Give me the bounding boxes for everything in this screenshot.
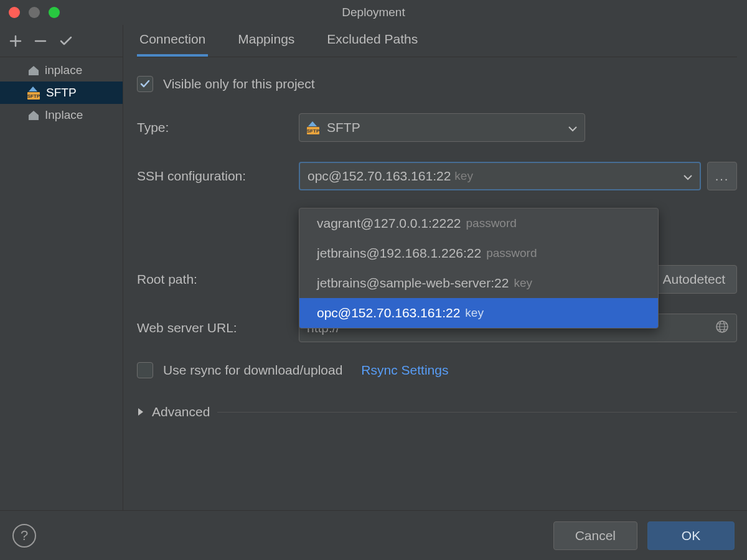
dropdown-item-auth: key [514, 276, 532, 290]
close-window-icon[interactable] [9, 7, 20, 18]
visible-only-checkbox[interactable] [137, 76, 153, 92]
root-path-label: Root path: [137, 272, 299, 287]
type-value: SFTP [327, 120, 360, 135]
titlebar: Deployment [0, 0, 747, 25]
ssh-config-hint: key [454, 169, 473, 183]
chevron-down-icon [568, 120, 577, 135]
chevron-right-icon [137, 404, 144, 419]
dropdown-item-host: vagrant@127.0.0.1:2222 [317, 216, 461, 231]
home-icon [27, 65, 40, 76]
minimize-window-icon[interactable] [29, 7, 40, 18]
help-button[interactable]: ? [12, 524, 36, 548]
sidebar-item-sftp[interactable]: SFTP SFTP [0, 82, 123, 104]
ssh-config-dropdown: vagrant@127.0.0.1:2222 password jetbrain… [299, 208, 659, 329]
chevron-down-icon [684, 169, 692, 184]
sidebar-item-label: inplace [45, 63, 82, 77]
sftp-icon: SFTP [307, 121, 321, 134]
cancel-button[interactable]: Cancel [553, 521, 637, 550]
ssh-config-select[interactable]: opc@152.70.163.161:22 key [299, 162, 701, 190]
dropdown-item-auth: password [466, 217, 517, 230]
window-controls [9, 7, 60, 18]
tab-excluded-paths[interactable]: Excluded Paths [324, 32, 420, 57]
ok-button[interactable]: OK [647, 521, 735, 550]
content: Connection Mappings Excluded Paths Visib… [123, 25, 747, 510]
ssh-config-option[interactable]: jetbrains@sample-web-server:22 key [299, 268, 658, 298]
type-row: Type: SFTP SFTP [137, 113, 737, 142]
dropdown-item-auth: key [465, 306, 484, 320]
ssh-config-value: opc@152.70.163.161:22 [308, 169, 451, 184]
apply-icon[interactable] [59, 34, 73, 49]
add-icon[interactable] [9, 34, 22, 48]
sidebar-list: inplace SFTP SFTP Inplace [0, 57, 123, 510]
sidebar-item-inplace-2[interactable]: Inplace [0, 104, 123, 126]
web-url-label: Web server URL: [137, 320, 299, 335]
sidebar-toolbar [0, 25, 123, 57]
sidebar: inplace SFTP SFTP Inplace [0, 25, 123, 510]
ssh-config-row: SSH configuration: opc@152.70.163.161:22… [137, 162, 737, 190]
dropdown-item-host: jetbrains@192.168.1.226:22 [317, 246, 481, 261]
globe-icon[interactable] [715, 320, 729, 337]
visible-only-label: Visible only for this project [163, 77, 315, 91]
rsync-label: Use rsync for download/upload [163, 363, 342, 378]
sidebar-item-label: SFTP [46, 86, 77, 100]
autodetect-label: Autodetect [663, 272, 725, 287]
sidebar-item-inplace-1[interactable]: inplace [0, 59, 123, 82]
advanced-section[interactable]: Advanced [137, 404, 737, 419]
ssh-config-option[interactable]: opc@152.70.163.161:22 key [299, 298, 658, 328]
type-label: Type: [137, 120, 299, 135]
home-icon [27, 110, 40, 121]
dropdown-item-auth: password [486, 246, 537, 260]
maximize-window-icon[interactable] [49, 7, 60, 18]
advanced-label: Advanced [152, 404, 210, 419]
rsync-row: Use rsync for download/upload Rsync Sett… [137, 362, 737, 378]
visible-only-row: Visible only for this project [137, 76, 737, 92]
connection-form: Visible only for this project Type: SFTP… [137, 57, 737, 510]
remove-icon[interactable] [34, 34, 47, 48]
tabs: Connection Mappings Excluded Paths [137, 25, 737, 57]
tab-connection[interactable]: Connection [137, 32, 208, 57]
window-title: Deployment [342, 6, 405, 19]
dropdown-item-host: jetbrains@sample-web-server:22 [317, 276, 509, 291]
dropdown-item-host: opc@152.70.163.161:22 [317, 306, 460, 320]
sftp-icon: SFTP [27, 86, 41, 100]
autodetect-button[interactable]: Autodetect [651, 265, 737, 294]
ssh-config-option[interactable]: vagrant@127.0.0.1:2222 password [299, 208, 658, 238]
sidebar-item-label: Inplace [45, 108, 83, 122]
ssh-config-label: SSH configuration: [137, 169, 299, 184]
rsync-settings-link[interactable]: Rsync Settings [361, 363, 448, 378]
divider [217, 412, 737, 413]
ssh-config-browse-button[interactable]: ... [707, 162, 737, 190]
rsync-checkbox[interactable] [137, 362, 153, 378]
tab-mappings[interactable]: Mappings [235, 32, 297, 57]
type-select[interactable]: SFTP SFTP [299, 113, 585, 142]
footer: ? Cancel OK [0, 510, 747, 560]
ssh-config-option[interactable]: jetbrains@192.168.1.226:22 password [299, 238, 658, 268]
